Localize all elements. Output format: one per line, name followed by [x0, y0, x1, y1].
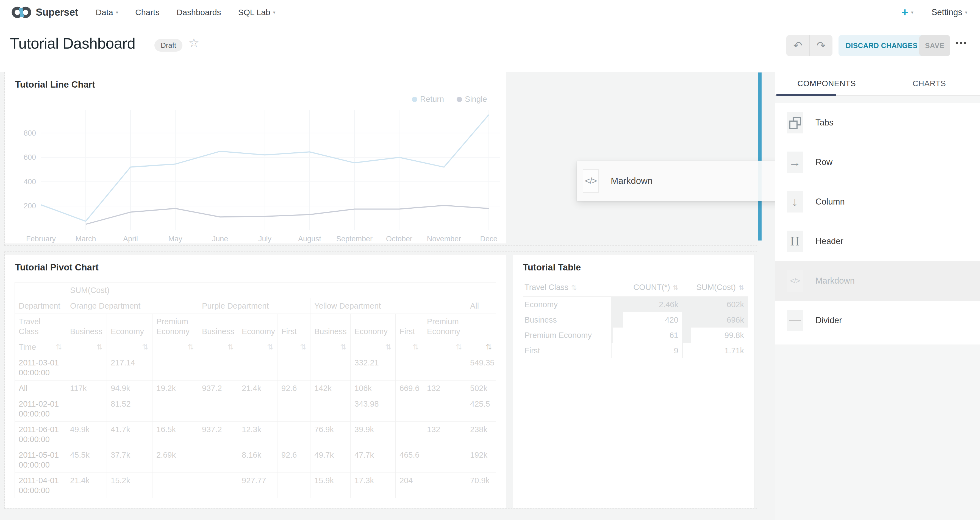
travel-class-cell: Business	[523, 312, 611, 328]
panel-tabs: COMPONENTSCHARTS	[775, 72, 980, 96]
sort-header[interactable]: ⇅	[153, 339, 198, 355]
discard-changes-button[interactable]: DISCARD CHANGES	[838, 35, 925, 56]
navbar-left: Superset Data▾ChartsDashboardsSQL Lab▾	[11, 5, 292, 19]
svg-text:800: 800	[24, 129, 36, 137]
sort-icon: ⇅	[486, 342, 492, 352]
undo-button[interactable]: ↶	[786, 35, 809, 56]
row-label: 2011-05-01 00:00:00	[15, 447, 66, 473]
pivot-cell: 49.7k	[310, 447, 350, 473]
pivot-table: SUM(Cost)DepartmentOrange DepartmentPurp…	[14, 282, 496, 498]
markdown-icon: </>	[583, 169, 599, 193]
sort-header[interactable]: ⇅	[66, 339, 107, 355]
row-label: 2011-02-01 00:00:00	[15, 396, 66, 422]
sum-cell: 1.71k	[682, 343, 748, 358]
new-item-button[interactable]: + ▾	[901, 6, 913, 18]
sort-icon: ⇅	[96, 342, 103, 352]
pivot-cell: 19.2k	[153, 380, 198, 396]
sort-header[interactable]: ⇅	[198, 339, 238, 355]
table-row: Business420696k	[523, 312, 748, 328]
superset-logo-icon[interactable]	[11, 5, 32, 19]
save-button[interactable]: SAVE	[919, 35, 950, 56]
sum-cell: 696k	[682, 312, 748, 328]
pivot-cell: 17.3k	[350, 473, 396, 498]
svg-text:Dece: Dece	[480, 235, 497, 243]
sort-header[interactable]: ⇅	[396, 339, 423, 355]
table-row: Premium Economy6199.8k	[523, 328, 748, 343]
component-item-markdown[interactable]: </>Markdown	[775, 261, 980, 301]
class-header: Business	[66, 314, 107, 339]
pivot-cell: 132	[423, 422, 466, 447]
column-header[interactable]: COUNT(*)⇅	[611, 281, 682, 296]
svg-text:April: April	[123, 235, 138, 243]
page-title[interactable]: Tutorial Dashboard	[10, 35, 135, 52]
column-header[interactable]: Travel Class⇅	[523, 281, 611, 296]
sort-header[interactable]: ⇅	[310, 339, 350, 355]
pivot-cell: 15.9k	[310, 473, 350, 498]
table-header-row: Travel Class⇅COUNT(*)⇅SUM(Cost)⇅	[523, 281, 748, 296]
count-cell: 420	[611, 312, 682, 328]
svg-text:August: August	[298, 235, 321, 243]
sort-header[interactable]: ⇅	[277, 339, 310, 355]
chart-title: Tutorial Pivot Chart	[15, 262, 99, 273]
favorite-star-icon[interactable]: ☆	[188, 36, 199, 50]
svg-text:September: September	[336, 235, 372, 243]
sort-icon: ⇅	[56, 342, 62, 352]
more-options-button[interactable]: •••	[956, 38, 968, 48]
markdown-drag-ghost[interactable]: </> Markdown	[577, 161, 785, 201]
legend-label: Single	[465, 95, 487, 104]
redo-button[interactable]: ↷	[810, 35, 832, 56]
sort-header[interactable]: ⇅	[350, 339, 396, 355]
pivot-class-row: Travel ClassBusinessEconomyPremium Econo…	[15, 314, 496, 339]
tabs-icon	[789, 117, 800, 128]
pivot-cell: 49.9k	[66, 422, 107, 447]
table-row: First91.71k	[523, 343, 748, 358]
component-item-tabs[interactable]: Tabs	[775, 103, 980, 143]
pivot-cell	[238, 355, 277, 380]
component-item-column[interactable]: ↓Column	[775, 182, 980, 222]
sort-header[interactable]: ⇅	[107, 339, 153, 355]
brand-name[interactable]: Superset	[36, 6, 78, 18]
sort-header[interactable]: ⇅	[238, 339, 277, 355]
chevron-down-icon: ▾	[965, 10, 967, 15]
settings-menu[interactable]: Settings ▾	[931, 8, 967, 17]
chevron-down-icon: ▾	[911, 10, 913, 15]
nav-item-dashboards[interactable]: Dashboards	[177, 8, 221, 17]
tab-components[interactable]: COMPONENTS	[775, 72, 878, 95]
pivot-cell: 12.3k	[238, 422, 277, 447]
class-header: Economy	[107, 314, 153, 339]
pivot-cell: 332.21	[350, 355, 396, 380]
nav-item-label: Data	[95, 8, 113, 17]
pivot-cell: 41.7k	[107, 422, 153, 447]
chevron-down-icon: ▾	[116, 10, 118, 15]
sort-icon: ⇅	[385, 342, 391, 352]
tab-charts[interactable]: CHARTS	[878, 72, 980, 95]
row-label: All	[15, 380, 66, 396]
pivot-cell: 549.35	[466, 355, 496, 380]
legend-item-single[interactable]: Single	[457, 95, 487, 104]
sort-header-active[interactable]: ⇅	[466, 339, 496, 355]
sort-header[interactable]: ⇅	[423, 339, 466, 355]
component-label: Markdown	[815, 276, 855, 286]
sort-icon: ⇅	[188, 342, 194, 352]
nav-item-sql-lab[interactable]: SQL Lab▾	[238, 8, 275, 17]
pivot-cell: 937.2	[198, 380, 238, 396]
component-item-header[interactable]: HHeader	[775, 222, 980, 261]
row-label: 2011-06-01 00:00:00	[15, 422, 66, 447]
component-icon-box	[787, 112, 803, 133]
sort-icon: ⇅	[738, 284, 744, 291]
markdown-icon: </>	[790, 277, 800, 285]
time-sort-header[interactable]: Time⇅	[15, 339, 66, 355]
sort-icon: ⇅	[142, 342, 148, 352]
component-label: Column	[815, 197, 845, 207]
travel-class-cell: First	[523, 343, 611, 358]
nav-item-charts[interactable]: Charts	[135, 8, 159, 17]
pivot-cell: 132	[423, 380, 466, 396]
legend-item-return[interactable]: Return	[412, 95, 444, 104]
all-header: All	[466, 298, 496, 314]
component-item-row[interactable]: →Row	[775, 143, 980, 182]
component-item-divider[interactable]: Divider	[775, 301, 980, 340]
pivot-cell: 343.98	[350, 396, 396, 422]
column-header[interactable]: SUM(Cost)⇅	[682, 281, 748, 296]
legend-dot-icon	[412, 97, 417, 102]
nav-item-data[interactable]: Data▾	[95, 8, 118, 17]
